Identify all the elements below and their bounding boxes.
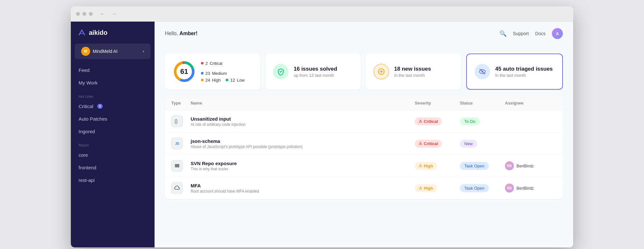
layers-icon xyxy=(174,163,180,169)
status-text: New xyxy=(464,141,473,146)
new-issues-text: 18 new issues in the last month xyxy=(394,66,431,78)
high-count: 24 xyxy=(205,78,210,83)
greeting: Hello, Amber! xyxy=(165,31,499,36)
severity-badge: ⚠ Critical xyxy=(415,140,442,148)
th-status: Status xyxy=(460,101,505,105)
sidebar: aikido M MindMeld AI ▾ Feed My Work Hot … xyxy=(71,22,155,247)
status-badge: Task Open xyxy=(460,162,489,170)
status-cell: Task Open xyxy=(460,162,505,170)
legend-row-1: 2 Critical 23 Medium xyxy=(201,61,252,76)
core-label: core xyxy=(79,152,88,158)
my-work-label: My Work xyxy=(79,80,98,85)
sidebar-item-my-work[interactable]: My Work xyxy=(75,77,151,89)
high-dot xyxy=(201,79,204,81)
assignee-name: BertBirdz xyxy=(516,164,534,168)
severity-badge: ⚠ Critical xyxy=(415,117,442,125)
assignee-cell: BB BertBirdz xyxy=(505,161,556,170)
th-name: Name xyxy=(191,101,415,105)
js-type-icon: JS xyxy=(171,138,183,149)
sidebar-item-rest-api[interactable]: rest-api xyxy=(75,174,151,186)
table-row[interactable]: JS json-schema Abuse of JavaScript's pro… xyxy=(165,133,563,155)
new-issues-title: 18 new issues xyxy=(394,66,431,72)
solved-text: 16 issues solved up from 12 last month xyxy=(294,66,337,78)
new-issues-icon xyxy=(374,64,389,79)
legend-medium: 23 Medium xyxy=(201,71,227,76)
severity-text: Critical xyxy=(424,119,438,124)
ignored-label: Ingored xyxy=(79,129,95,134)
severity-text: High xyxy=(424,186,433,191)
solved-stat-card[interactable]: 16 issues solved up from 12 last month xyxy=(265,54,361,90)
table-row[interactable]: SVN Repo exposure This is why that sucks… xyxy=(165,155,563,177)
sidebar-item-critical[interactable]: Critical 2 xyxy=(75,100,151,112)
warning-icon: ⚠ xyxy=(419,141,422,146)
status-badge: To Do xyxy=(460,117,480,125)
solved-title: 16 issues solved xyxy=(294,66,337,72)
plus-circle-icon xyxy=(377,68,385,75)
legend-high: 24 High xyxy=(201,78,221,83)
severity-badge: ⚠ High xyxy=(415,162,437,170)
solved-icon xyxy=(273,64,289,79)
status-cell: New xyxy=(460,140,505,148)
traffic-light-close[interactable] xyxy=(76,12,80,16)
svg-text:{}: {} xyxy=(175,119,178,124)
traffic-light-maximize[interactable] xyxy=(89,12,93,16)
forward-button[interactable]: → xyxy=(109,10,118,17)
low-count: 12 xyxy=(230,78,235,83)
status-cell: To Do xyxy=(460,117,505,125)
th-type: Type xyxy=(171,101,191,105)
critical-badge: 2 xyxy=(97,104,103,109)
name-cell: json-schema Abuse of JavaScript's protot… xyxy=(191,138,415,149)
type-cell xyxy=(171,160,191,172)
new-issues-stat-card[interactable]: 18 new issues in the last month xyxy=(366,54,461,90)
type-cell: JS xyxy=(171,138,191,149)
assignee-name: BertBirdz xyxy=(516,186,534,191)
stats-row: 61 2 Critical 23 Mediu xyxy=(155,46,573,96)
critical-count: 2 xyxy=(205,61,208,66)
severity-cell: ⚠ Critical xyxy=(415,117,460,125)
sidebar-item-ignored[interactable]: Ingored xyxy=(75,125,151,137)
medium-label: Medium xyxy=(212,71,227,76)
auto-patches-label: Auto Patches xyxy=(79,116,107,122)
status-cell: Task Open xyxy=(460,184,505,192)
status-text: Task Open xyxy=(464,186,484,191)
user-avatar[interactable]: A xyxy=(552,28,563,39)
legend-critical: 2 Critical xyxy=(201,61,223,66)
warning-icon: ⚠ xyxy=(419,164,422,168)
browser-chrome: ← → xyxy=(71,6,573,22)
docs-link[interactable]: Docs xyxy=(535,31,545,36)
search-icon[interactable]: 🔍 xyxy=(499,30,507,37)
issue-desc: At risk of arbitrary code injection xyxy=(191,122,415,127)
repos-section-label: Repos xyxy=(75,138,151,149)
sidebar-item-core[interactable]: core xyxy=(75,149,151,161)
name-cell: MFA Root account should have MFA enabled xyxy=(191,183,415,194)
back-button[interactable]: ← xyxy=(98,10,107,17)
sidebar-item-frontend[interactable]: frontend xyxy=(75,162,151,174)
legend-row-2: 24 High 12 Low xyxy=(201,78,252,83)
low-dot xyxy=(226,79,228,81)
org-selector[interactable]: M MindMeld AI ▾ xyxy=(75,44,151,59)
topbar: Hello, Amber! 🔍 Support Docs A xyxy=(155,22,573,46)
table-row[interactable]: {} Unsanitized input At risk of arbitrar… xyxy=(165,110,563,133)
issues-stat-card[interactable]: 61 2 Critical 23 Mediu xyxy=(165,54,260,90)
greeting-prefix: Hello, xyxy=(165,31,179,36)
name-cell: SVN Repo exposure This is why that sucks xyxy=(191,161,415,171)
code-type-icon: {} xyxy=(171,115,183,127)
severity-badge: ⚠ High xyxy=(415,184,437,192)
severity-text: High xyxy=(424,164,433,168)
sidebar-item-auto-patches[interactable]: Auto Patches xyxy=(75,113,151,125)
triaged-stat-card[interactable]: 45 auto triaged issues in the last month xyxy=(466,54,563,90)
org-name: MindMeld AI xyxy=(93,49,140,54)
issue-desc: Abuse of JavaScript's prototype API poss… xyxy=(191,144,415,149)
traffic-light-minimize[interactable] xyxy=(82,12,86,16)
status-text: Task Open xyxy=(464,164,484,168)
issue-name: json-schema xyxy=(191,138,415,144)
issue-name: MFA xyxy=(191,183,415,188)
layers-type-icon xyxy=(171,160,183,172)
sidebar-nav: Feed My Work Hot Links Critical 2 Auto P… xyxy=(71,64,155,186)
table-header: Type Name Severity Status Assignee xyxy=(165,96,563,110)
triaged-subtitle: in the last month xyxy=(495,73,553,78)
table-row[interactable]: MFA Root account should have MFA enabled… xyxy=(165,177,563,199)
severity-cell: ⚠ Critical xyxy=(415,140,460,148)
sidebar-item-feed[interactable]: Feed xyxy=(75,64,151,76)
support-link[interactable]: Support xyxy=(513,31,529,36)
